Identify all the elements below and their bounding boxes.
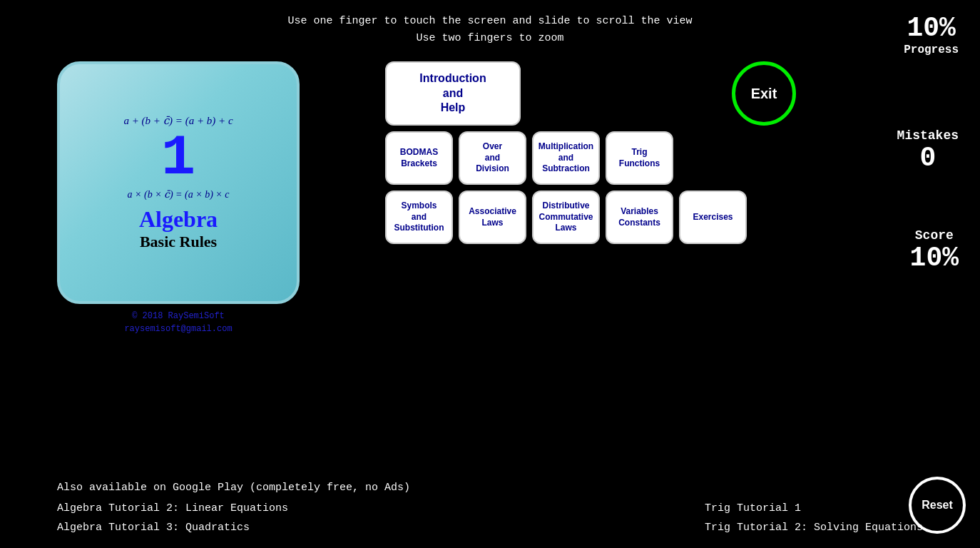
score-label: Score xyxy=(910,228,959,243)
bottom-links-left: Algebra Tutorial 2: Linear Equations Alg… xyxy=(57,502,288,534)
progress-label: Progress xyxy=(904,44,959,56)
score-value: 10% xyxy=(910,243,959,273)
card-equation2: a × (b × c̄) = (a × b) × c xyxy=(128,188,230,201)
intro-help-button[interactable]: Introduction and Help xyxy=(385,61,521,126)
algebra-tutorial2-link[interactable]: Algebra Tutorial 2: Linear Equations xyxy=(57,502,288,514)
variables-button[interactable]: Variables Constants xyxy=(606,191,673,244)
menu-top-row: Introduction and Help Exit xyxy=(385,61,796,126)
mistakes-label: Mistakes xyxy=(897,128,959,143)
progress-area: 10% Progress xyxy=(904,13,959,56)
bottom-area: Also available on Google Play (completel… xyxy=(0,482,980,534)
card-number: 1 xyxy=(161,130,195,187)
copyright-line1: © 2018 RaySemiSoft xyxy=(124,310,232,323)
associative-button[interactable]: Associative Laws xyxy=(459,191,526,244)
card-title: Algebra xyxy=(139,206,218,233)
bottom-links: Algebra Tutorial 2: Linear Equations Alg… xyxy=(57,502,923,534)
exit-button[interactable]: Exit xyxy=(732,61,796,126)
menu-row-3: Symbols and Substitution Associative Law… xyxy=(385,191,796,244)
algebra-card-wrapper: a + (b + c̄) = (a + b) + c 1 a × (b × c̄… xyxy=(57,61,300,335)
exercises-button[interactable]: Exercises xyxy=(679,191,747,244)
reset-button[interactable]: Reset xyxy=(909,477,966,534)
main-content: a + (b + c̄) = (a + b) + c 1 a × (b × c̄… xyxy=(0,61,980,335)
trig-tutorial1-link[interactable]: Trig Tutorial 1 xyxy=(705,502,923,514)
card-subtitle: Basic Rules xyxy=(140,233,217,251)
bodmas-button[interactable]: BODMAS Brackets xyxy=(385,131,453,185)
algebra-tutorial3-link[interactable]: Algebra Tutorial 3: Quadratics xyxy=(57,522,288,534)
bottom-links-right: Trig Tutorial 1 Trig Tutorial 2: Solving… xyxy=(705,502,923,534)
trig-tutorial2-link[interactable]: Trig Tutorial 2: Solving Equations xyxy=(705,522,923,534)
algebra-card: a + (b + c̄) = (a + b) + c 1 a × (b × c̄… xyxy=(57,61,300,304)
over-division-button[interactable]: Over and Division xyxy=(459,131,526,185)
progress-percent: 10% xyxy=(904,13,959,44)
trig-functions-button[interactable]: Trig Functions xyxy=(606,131,673,185)
distributive-button[interactable]: Distributive Commutative Laws xyxy=(532,191,600,244)
multiplication-button[interactable]: Multiplication and Subtraction xyxy=(532,131,600,185)
score-area: Score 10% xyxy=(910,228,959,273)
symbols-button[interactable]: Symbols and Substitution xyxy=(385,191,453,244)
instruction-line1: Use one finger to touch the screen and s… xyxy=(0,13,980,30)
instructions-area: Use one finger to touch the screen and s… xyxy=(0,0,980,47)
menu-row-2: BODMAS Brackets Over and Division Multip… xyxy=(385,131,796,185)
also-available-text: Also available on Google Play (completel… xyxy=(57,482,923,494)
menu-area: Introduction and Help Exit BODMAS Bracke… xyxy=(385,61,796,244)
instruction-line2: Use two fingers to zoom xyxy=(0,30,980,47)
mistakes-area: Mistakes 0 xyxy=(897,128,959,173)
copyright: © 2018 RaySemiSoft raysemisoft@gmail.com xyxy=(124,310,232,335)
copyright-line2: raysemisoft@gmail.com xyxy=(124,323,232,335)
mistakes-value: 0 xyxy=(897,143,959,173)
